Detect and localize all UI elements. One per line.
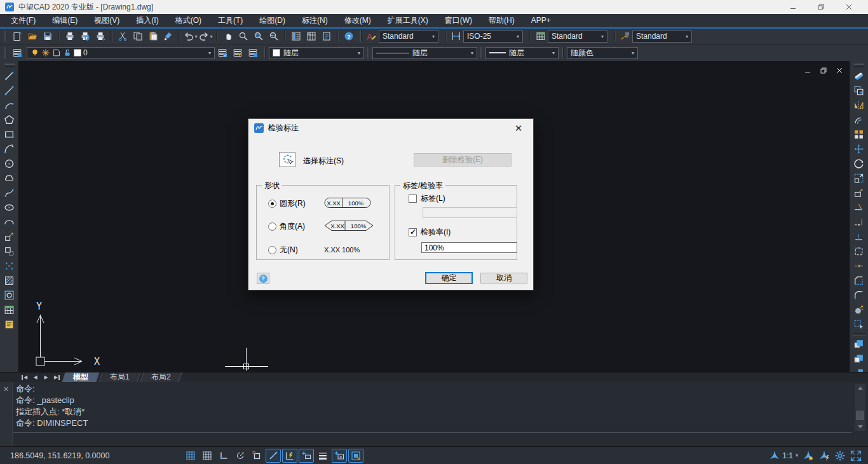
chevron-down-icon[interactable]: ▾	[796, 453, 798, 458]
annotation-scale-button[interactable]: 1:1 ▾	[769, 450, 798, 461]
table-button[interactable]	[2, 303, 17, 317]
minimize-button[interactable]	[779, 0, 807, 14]
extend-button[interactable]	[851, 215, 867, 229]
fullscreen-button[interactable]	[850, 450, 862, 461]
spline-button[interactable]	[2, 186, 17, 200]
quick-properties-button[interactable]	[332, 449, 347, 463]
auto-annotation-scale-button[interactable]	[818, 450, 830, 461]
object-snap-settings-button[interactable]	[249, 449, 264, 463]
tool-palettes-button[interactable]	[304, 30, 319, 43]
sheet-set-manager-button[interactable]	[319, 30, 334, 43]
label-checkbox[interactable]	[409, 194, 417, 203]
inspection-rate-input[interactable]	[421, 242, 517, 253]
angular-radio[interactable]	[268, 222, 276, 231]
grid-display-button[interactable]	[183, 449, 198, 463]
scroll-down-button[interactable]	[855, 423, 865, 431]
settings-button[interactable]	[834, 450, 846, 461]
zoom-window-button[interactable]	[251, 30, 266, 43]
make-object-layer-current-button[interactable]	[230, 46, 245, 60]
explode-button[interactable]	[851, 303, 867, 317]
inspection-rate-label[interactable]: 检验率(I)	[421, 227, 451, 238]
draw-order-bottom-button[interactable]	[851, 366, 867, 372]
menu-item-10[interactable]: 扩展工具(X)	[379, 14, 437, 27]
remove-inspection-button[interactable]: 删除检验(E)	[414, 153, 512, 167]
make-block-button[interactable]	[2, 244, 17, 259]
menu-item-12[interactable]: 帮助(H)	[480, 14, 523, 27]
match-properties-button[interactable]	[161, 30, 176, 43]
copy-button[interactable]	[851, 83, 867, 98]
toolbar-grip[interactable]	[4, 47, 6, 58]
dialog-title-bar[interactable]: 检验标注 ✕	[248, 119, 533, 137]
mirror-button[interactable]	[851, 98, 867, 113]
chevron-down-icon[interactable]: ▾	[468, 50, 473, 56]
menu-item-7[interactable]: 绘图(D)	[251, 14, 294, 27]
layer-previous-button[interactable]	[245, 46, 261, 60]
hatch-button[interactable]	[2, 273, 17, 288]
tab-previous-button[interactable]: ◀	[30, 372, 41, 382]
zoom-realtime-button[interactable]	[236, 30, 251, 43]
help-button[interactable]	[341, 30, 356, 43]
cut-button[interactable]	[115, 30, 130, 43]
none-radio-label[interactable]: 无(N)	[280, 245, 298, 256]
scale-button[interactable]	[851, 171, 867, 186]
chevron-down-icon[interactable]: ▾	[206, 50, 211, 56]
toolbar-grip[interactable]	[480, 47, 482, 58]
chevron-down-icon[interactable]: ▾	[210, 34, 212, 39]
drawing-minimize-button[interactable]	[804, 67, 811, 76]
scroll-up-button[interactable]	[855, 384, 865, 392]
join-button[interactable]	[851, 259, 867, 273]
erase-button[interactable]	[851, 69, 867, 83]
stretch-button[interactable]	[851, 186, 867, 200]
toolbar-grip[interactable]	[4, 31, 6, 42]
menu-item-9[interactable]: 修改(M)	[336, 14, 379, 27]
polyline-button[interactable]	[2, 98, 17, 113]
line-button[interactable]	[2, 69, 17, 83]
layer-properties-manager-button[interactable]	[10, 46, 25, 60]
break-button[interactable]	[851, 244, 867, 259]
lineweight-select[interactable]: 随层 ▾	[485, 47, 559, 59]
drawing-restore-button[interactable]	[820, 67, 827, 76]
polygon-button[interactable]	[2, 113, 17, 127]
plot-button[interactable]	[93, 30, 108, 43]
chevron-down-icon[interactable]: ▾	[430, 34, 435, 39]
menu-item-11[interactable]: 窗口(W)	[437, 14, 480, 27]
angular-radio-label[interactable]: 角度(A)	[280, 221, 305, 232]
dialog-close-button[interactable]: ✕	[510, 119, 527, 137]
ellipse-button[interactable]	[2, 200, 17, 215]
new-file-button[interactable]	[10, 30, 25, 43]
trim-button[interactable]	[851, 200, 867, 215]
chevron-down-icon[interactable]: ▾	[683, 34, 688, 39]
layer-select[interactable]: 0 ▾	[27, 47, 215, 59]
pan-button[interactable]	[220, 30, 236, 43]
arc-button[interactable]	[2, 142, 17, 156]
copy-clip-button[interactable]	[130, 30, 146, 43]
dimension-style-select[interactable]: ISO-25 ▾	[463, 31, 523, 43]
offset-button[interactable]	[851, 113, 867, 127]
command-history[interactable]: 命令:命令: _pasteclip指定插入点: *取消*命令: DIMINSPE…	[16, 383, 849, 429]
draw-order-front-button[interactable]	[851, 337, 867, 351]
open-file-button[interactable]	[25, 30, 40, 43]
drawing-close-button[interactable]	[836, 67, 843, 76]
move-button[interactable]	[851, 142, 867, 156]
multileader-style-select[interactable]: Standard ▾	[632, 31, 692, 43]
drawing-canvas[interactable]: Y X 检验标注 ✕ 选择标注(	[19, 61, 849, 372]
restore-button[interactable]	[807, 0, 835, 14]
circle-button[interactable]	[2, 156, 17, 171]
select-dimension-button[interactable]	[279, 152, 295, 167]
color-select[interactable]: 随层 ▾	[269, 47, 364, 59]
point-button[interactable]	[2, 259, 17, 273]
label-input[interactable]	[423, 207, 517, 218]
toolbar-grip[interactable]	[562, 47, 564, 58]
annotation-visibility-button[interactable]	[803, 450, 814, 461]
tab-next-button[interactable]: ▶	[41, 372, 51, 382]
lineweight-display-button[interactable]	[315, 449, 330, 463]
chevron-down-icon[interactable]: ▾	[355, 50, 360, 56]
round-radio-label[interactable]: 圆形(R)	[280, 198, 306, 209]
cancel-button[interactable]: 取消	[480, 273, 527, 283]
chevron-down-icon[interactable]: ▾	[514, 34, 519, 39]
table-style-select[interactable]: Standard ▾	[548, 31, 607, 43]
plot-style-select[interactable]: 随颜色 ▾	[567, 47, 638, 59]
inspection-rate-checkbox[interactable]	[409, 228, 417, 236]
chevron-down-icon[interactable]: ▾	[629, 50, 634, 56]
close-button[interactable]	[835, 0, 863, 14]
